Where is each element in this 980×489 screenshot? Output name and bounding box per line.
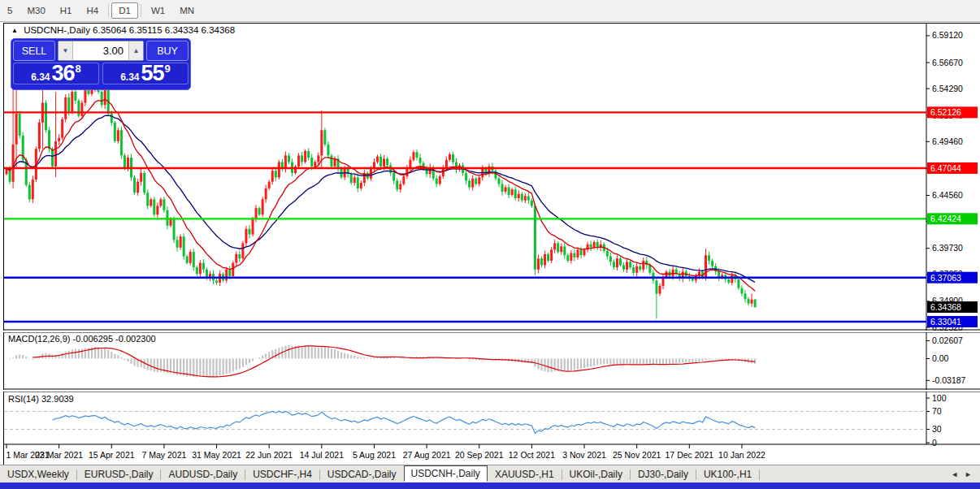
sell-price-main: 36 [52,63,75,83]
tabs-scroll-left-icon[interactable]: ◄ [951,470,958,478]
sell-price-prefix: 6.34 [31,71,50,83]
buy-price-pip: 9 [165,63,171,75]
svg-text:70: 70 [932,406,942,416]
macd-label: MACD(12,26,9) -0.006295 -0.002300 [8,334,156,344]
tab-ukoil-daily[interactable]: UKOil-,Daily [562,466,630,483]
chart-ohlc-values: 6.35064 6.35115 6.34334 6.34368 [93,25,235,35]
svg-text:6.42424: 6.42424 [930,214,961,223]
rsi-name: RSI(14) [8,394,39,404]
svg-text:6.44560: 6.44560 [932,190,963,200]
svg-text:15 Apr 2021: 15 Apr 2021 [89,450,135,460]
tab-dj30-daily[interactable]: DJ30-,Daily [631,466,696,483]
macd-name: MACD(12,26,9) [8,334,70,344]
svg-text:6.56670: 6.56670 [932,58,963,67]
trading-platform-window: 5 M30 H1 H4 D1 W1 MN 6.591206.566706.542… [0,0,980,489]
svg-text:6.49460: 6.49460 [932,136,963,146]
rsi-label: RSI(14) 32.9039 [8,394,74,404]
svg-text:0.00: 0.00 [932,353,949,363]
svg-text:30: 30 [932,424,942,434]
svg-text:6.39730: 6.39730 [932,243,963,253]
tab-xauusd-h1[interactable]: XAUUSD-,H1 [488,466,562,483]
svg-text:7 May 2021: 7 May 2021 [141,450,186,460]
svg-text:6.52126: 6.52126 [930,107,961,117]
macd-value-main: -0.006295 [72,334,113,344]
svg-text:22 Jun 2021: 22 Jun 2021 [245,450,293,460]
sell-price-display[interactable]: 6.34 36 8 [13,63,99,84]
pane-splitter[interactable] [0,331,980,332]
svg-text:3 Nov 2021: 3 Nov 2021 [562,450,606,460]
buy-price-main: 55 [141,63,164,83]
buy-button[interactable]: BUY [146,41,189,61]
pane-splitter[interactable] [0,390,980,392]
svg-text:6.37063: 6.37063 [930,273,961,283]
volume-increase-icon[interactable]: ▲ [128,41,143,60]
svg-text:-0.03187: -0.03187 [932,375,966,385]
chart-title: ▲ USDCNH-,Daily 6.35064 6.35115 6.34334 … [11,25,235,35]
tab-audusd-daily[interactable]: AUDUSD-,Daily [161,466,245,483]
one-click-trade-panel: SELL ▼ ▲ BUY 6.34 36 8 6.34 55 9 [11,38,191,90]
rsi-value: 32.9039 [41,394,74,404]
svg-text:100: 100 [932,393,947,403]
svg-text:31 May 2021: 31 May 2021 [192,450,241,460]
svg-text:0.02607: 0.02607 [932,335,963,345]
svg-text:23 Mar 2021: 23 Mar 2021 [35,450,83,460]
tab-usdcnh-daily[interactable]: USDCNH-,Daily [404,465,488,482]
svg-text:10 Jan 2022: 10 Jan 2022 [718,450,765,460]
status-strip [0,483,980,489]
svg-text:20 Sep 2021: 20 Sep 2021 [455,450,504,460]
buy-price-display[interactable]: 6.34 55 9 [102,63,189,84]
tab-separator [759,470,760,480]
svg-text:12 Oct 2021: 12 Oct 2021 [509,450,555,460]
svg-text:6.34368: 6.34368 [930,302,961,312]
chart-tabbar: USDX,Weekly EURUSD-,Daily AUDUSD-,Daily … [0,465,980,483]
svg-text:6.59120: 6.59120 [932,30,963,40]
svg-text:25 Nov 2021: 25 Nov 2021 [613,450,661,460]
sell-price-pip: 8 [76,63,81,75]
tab-usdchf-h4[interactable]: USDCHF-,H4 [245,466,319,483]
svg-text:6.33041: 6.33041 [930,317,961,327]
svg-text:6.54290: 6.54290 [932,84,963,93]
tab-usdcad-daily[interactable]: USDCAD-,Daily [320,466,404,483]
sell-button[interactable]: SELL [13,41,55,61]
svg-text:14 Jul 2021: 14 Jul 2021 [300,450,344,460]
svg-text:27 Aug 2021: 27 Aug 2021 [403,450,451,460]
collapse-triangle-icon[interactable]: ▲ [11,27,18,34]
volume-input[interactable] [73,41,128,60]
svg-text:6.47044: 6.47044 [930,163,961,173]
tabs-scroll-right-icon[interactable]: ► [965,470,972,478]
tab-uk100-h1[interactable]: UK100-,H1 [696,466,759,483]
tab-eurusd-daily[interactable]: EURUSD-,Daily [77,466,161,483]
svg-text:17 Dec 2021: 17 Dec 2021 [666,450,714,460]
svg-text:0: 0 [932,438,937,448]
chart-symbol-label: USDCNH-,Daily [24,25,90,35]
macd-value-signal: -0.002300 [115,334,156,344]
volume-decrease-icon[interactable]: ▼ [59,41,73,60]
buy-price-prefix: 6.34 [120,71,139,83]
tab-usdx-weekly[interactable]: USDX,Weekly [0,466,76,483]
svg-text:5 Aug 2021: 5 Aug 2021 [353,450,396,460]
volume-stepper: ▼ ▲ [58,41,144,61]
